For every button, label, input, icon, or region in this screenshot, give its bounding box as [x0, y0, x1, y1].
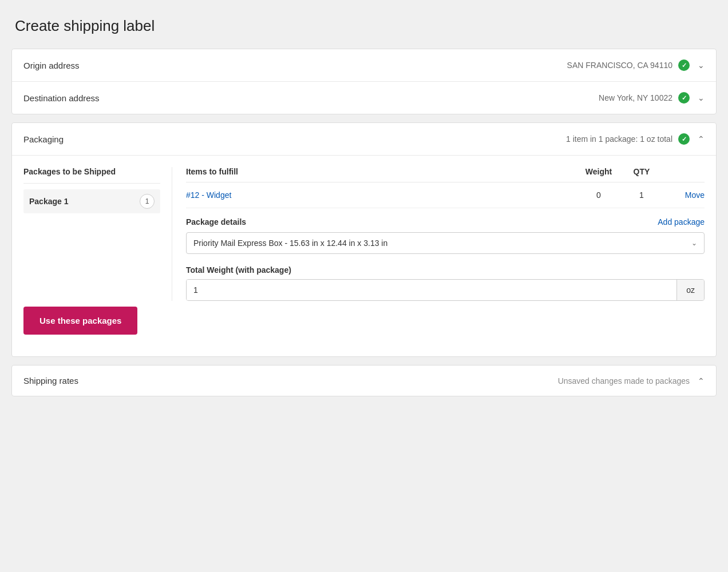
shipping-rates-status: Unsaved changes made to packages: [558, 376, 690, 386]
shipping-rates-right: Unsaved changes made to packages ⌃: [558, 376, 705, 386]
packaging-summary: 1 item in 1 package: 1 oz total: [566, 134, 672, 144]
shipping-rates-label: Shipping rates: [23, 376, 78, 386]
item-link[interactable]: #12 - Widget: [186, 190, 573, 200]
origin-verified-icon: ✓: [678, 59, 690, 71]
packaging-header-right: 1 item in 1 package: 1 oz total ✓ ⌃: [566, 133, 705, 145]
shipping-rates-chevron-icon: ⌃: [698, 376, 705, 386]
item-row: #12 - Widget 0 1 Move: [186, 188, 705, 208]
destination-chevron-icon: ⌄: [698, 93, 705, 102]
items-col-header: Items to fulfill: [186, 167, 573, 176]
packages-right-panel: Items to fulfill Weight QTY #12 - Widget…: [172, 167, 705, 301]
qty-col-header: QTY: [624, 167, 659, 176]
total-weight-input[interactable]: [187, 280, 676, 300]
packaging-verified-icon: ✓: [678, 133, 690, 145]
item-weight: 0: [573, 190, 624, 200]
total-weight-input-wrapper: oz: [186, 279, 705, 301]
destination-verified-icon: ✓: [678, 92, 690, 104]
packages-col-header: Packages to be Shipped: [23, 167, 160, 184]
shipping-rates-header-row[interactable]: Shipping rates Unsaved changes made to p…: [12, 366, 716, 396]
weight-unit: oz: [676, 280, 704, 300]
add-package-link[interactable]: Add package: [658, 217, 705, 227]
packaging-chevron-icon: ⌃: [698, 134, 705, 144]
page-title: Create shipping label: [11, 17, 717, 35]
packaging-card: Packaging 1 item in 1 package: 1 oz tota…: [11, 122, 717, 357]
packaging-header-row[interactable]: Packaging 1 item in 1 package: 1 oz tota…: [12, 123, 716, 156]
package-select[interactable]: Priority Mail Express Box - 15.63 in x 1…: [187, 233, 704, 253]
package-1-row[interactable]: Package 1 1: [23, 189, 160, 213]
destination-address-status: New York, NY 10022: [599, 93, 672, 102]
destination-address-label: Destination address: [23, 93, 100, 103]
destination-address-right: New York, NY 10022 ✓ ⌄: [599, 92, 705, 104]
packaging-body: Packages to be Shipped Package 1 1 Items…: [12, 156, 716, 356]
packages-grid: Packages to be Shipped Package 1 1 Items…: [23, 167, 705, 301]
weight-col-header: Weight: [573, 167, 624, 176]
origin-address-row[interactable]: Origin address SAN FRANCISCO, CA 94110 ✓…: [12, 49, 716, 82]
shipping-rates-card: Shipping rates Unsaved changes made to p…: [11, 365, 717, 396]
package-1-badge: 1: [140, 194, 155, 209]
origin-address-label: Origin address: [23, 61, 80, 70]
destination-address-row[interactable]: Destination address New York, NY 10022 ✓…: [12, 82, 716, 114]
page-container: Create shipping label Origin address SAN…: [0, 0, 728, 572]
origin-address-status: SAN FRANCISCO, CA 94110: [567, 61, 672, 70]
package-details-label: Package details: [186, 217, 246, 227]
origin-chevron-icon: ⌄: [698, 61, 705, 70]
package-details-header: Package details Add package: [186, 217, 705, 227]
origin-address-right: SAN FRANCISCO, CA 94110 ✓ ⌄: [567, 59, 705, 71]
use-packages-button[interactable]: Use these packages: [23, 307, 137, 335]
packaging-label: Packaging: [23, 134, 64, 144]
package-1-name: Package 1: [29, 197, 69, 206]
package-select-wrapper: Priority Mail Express Box - 15.63 in x 1…: [186, 232, 705, 254]
package-details-section: Package details Add package Priority Mai…: [186, 217, 705, 301]
total-weight-label: Total Weight (with package): [186, 265, 705, 275]
move-col-header: [659, 167, 705, 176]
items-table-header: Items to fulfill Weight QTY: [186, 167, 705, 182]
move-link[interactable]: Move: [659, 190, 705, 200]
packages-left-panel: Packages to be Shipped Package 1 1: [23, 167, 172, 301]
item-qty: 1: [624, 190, 659, 200]
address-card: Origin address SAN FRANCISCO, CA 94110 ✓…: [11, 49, 717, 114]
